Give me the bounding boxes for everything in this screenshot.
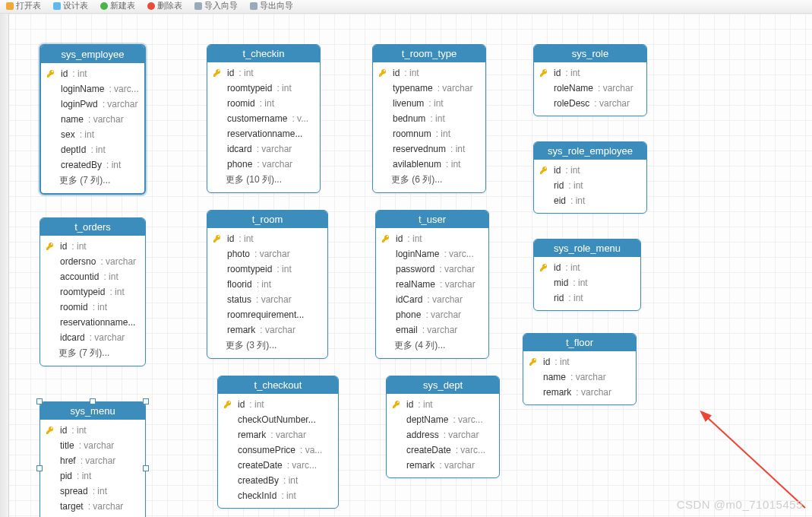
table-t_user[interactable]: t_userid: intloginName: varc...password:…: [375, 210, 489, 359]
field-row[interactable]: floorid: int: [207, 277, 327, 292]
field-row[interactable]: mid: int: [534, 275, 640, 290]
field-row[interactable]: idCard: varchar: [376, 292, 488, 307]
more-columns[interactable]: 更多 (4 列)...: [376, 338, 488, 354]
resize-handle[interactable]: [143, 465, 149, 471]
more-columns[interactable]: 更多 (7 列)...: [41, 173, 144, 189]
field-row[interactable]: password: varchar: [376, 262, 488, 277]
field-row[interactable]: remark: varchar: [218, 427, 338, 442]
resize-handle[interactable]: [143, 398, 149, 404]
diagram-canvas[interactable]: CSDN @m0_71015455 sys_employeeid: intlog…: [0, 14, 812, 517]
field-row[interactable]: createDate: varc...: [387, 442, 499, 458]
table-header[interactable]: t_orders: [40, 218, 145, 236]
field-row[interactable]: roomnum: int: [373, 126, 485, 141]
field-row[interactable]: id: int: [207, 65, 320, 81]
field-row[interactable]: id: int: [373, 65, 485, 81]
field-row[interactable]: id: int: [523, 354, 636, 370]
table-t_checkin[interactable]: t_checkinid: introomtypeid: introomid: i…: [207, 44, 321, 193]
table-header[interactable]: sys_employee: [41, 46, 144, 63]
field-row[interactable]: loginName: varc...: [41, 81, 144, 97]
field-row[interactable]: id: int: [40, 423, 145, 438]
table-sys_role_employee[interactable]: sys_role_employeeid: intrid: inteid: int: [533, 141, 647, 214]
resize-handle[interactable]: [36, 398, 43, 404]
field-row[interactable]: href: varchar: [40, 453, 145, 468]
table-t_room_type[interactable]: t_room_typeid: inttypename: varcharliven…: [372, 44, 486, 193]
table-header[interactable]: t_user: [376, 211, 488, 228]
field-row[interactable]: sex: int: [41, 127, 144, 142]
table-header[interactable]: t_floor: [523, 334, 636, 351]
field-row[interactable]: phone: varchar: [207, 157, 320, 172]
toolbar-delete[interactable]: 删除表: [144, 0, 185, 11]
field-row[interactable]: id: int: [40, 239, 145, 254]
field-row[interactable]: id: int: [534, 65, 646, 81]
field-row[interactable]: id: int: [534, 260, 640, 275]
field-row[interactable]: realName: varchar: [376, 277, 488, 292]
toolbar-open[interactable]: 打开表: [3, 0, 44, 11]
table-sys_menu[interactable]: sys_menuid: inttitle: varcharhref: varch…: [39, 401, 146, 517]
field-row[interactable]: remark: varchar: [207, 322, 327, 338]
field-row[interactable]: id: int: [376, 231, 488, 246]
toolbar-new[interactable]: 新建表: [97, 0, 138, 11]
field-row[interactable]: ordersno: varchar: [40, 254, 145, 269]
field-row[interactable]: rid: int: [534, 178, 646, 193]
field-row[interactable]: livenum: int: [373, 96, 485, 111]
field-row[interactable]: remark: varchar: [387, 458, 499, 473]
table-t_checkout[interactable]: t_checkoutid: intcheckOutNumber...remark…: [217, 376, 339, 509]
field-row[interactable]: roomtypeid: int: [40, 284, 145, 300]
field-row[interactable]: phone: varchar: [376, 307, 488, 322]
more-columns[interactable]: 更多 (3 列)...: [207, 338, 327, 354]
table-header[interactable]: t_checkout: [218, 376, 338, 394]
field-row[interactable]: createdBy: int: [218, 473, 338, 488]
field-row[interactable]: id: int: [534, 163, 646, 178]
toolbar-export[interactable]: 导出向导: [247, 0, 296, 11]
toolbar-design[interactable]: 设计表: [50, 0, 91, 11]
field-row[interactable]: roomtypeid: int: [207, 262, 327, 277]
table-sys_role_menu[interactable]: sys_role_menuid: intmid: intrid: int: [533, 239, 641, 311]
field-row[interactable]: deptId: int: [41, 142, 144, 157]
field-row[interactable]: reservationname...: [40, 315, 145, 330]
field-row[interactable]: reservednum: int: [373, 141, 485, 157]
field-row[interactable]: address: varchar: [387, 427, 499, 442]
field-row[interactable]: title: varchar: [40, 438, 145, 453]
field-row[interactable]: photo: varchar: [207, 246, 327, 262]
table-t_orders[interactable]: t_ordersid: intordersno: varcharaccounti…: [39, 217, 146, 366]
field-row[interactable]: name: varchar: [523, 370, 636, 385]
field-row[interactable]: loginPwd: varchar: [41, 97, 144, 112]
field-row[interactable]: createDate: varc...: [218, 458, 338, 473]
table-header[interactable]: sys_dept: [387, 376, 499, 394]
field-row[interactable]: email: varchar: [376, 322, 488, 338]
field-row[interactable]: bednum: int: [373, 111, 485, 126]
table-header[interactable]: t_room: [207, 211, 327, 228]
field-row[interactable]: loginName: varc...: [376, 246, 488, 262]
table-sys_role[interactable]: sys_roleid: introleName: varcharroleDesc…: [533, 44, 647, 116]
field-row[interactable]: remark: varchar: [523, 385, 636, 400]
field-row[interactable]: spread: int: [40, 484, 145, 499]
table-sys_employee[interactable]: sys_employeeid: intloginName: varc...log…: [39, 44, 146, 195]
table-sys_dept[interactable]: sys_deptid: intdeptName: varc...address:…: [386, 376, 500, 478]
field-row[interactable]: roomtypeid: int: [207, 81, 320, 96]
field-row[interactable]: roleName: varchar: [534, 81, 646, 96]
field-row[interactable]: consumePrice: va...: [218, 442, 338, 458]
table-header[interactable]: sys_role: [534, 45, 646, 62]
table-header[interactable]: sys_menu: [40, 402, 145, 420]
table-t_floor[interactable]: t_floorid: intname: varcharremark: varch…: [523, 333, 637, 405]
field-row[interactable]: avilablenum: int: [373, 157, 485, 172]
field-row[interactable]: icon: varchar: [40, 514, 145, 517]
more-columns[interactable]: 更多 (7 列)...: [40, 345, 145, 361]
field-row[interactable]: rid: int: [534, 290, 640, 306]
field-row[interactable]: name: varchar: [41, 112, 144, 127]
field-row[interactable]: status: varchar: [207, 292, 327, 307]
field-row[interactable]: roomid: int: [40, 300, 145, 315]
resize-handle[interactable]: [90, 398, 96, 404]
resize-handle[interactable]: [36, 465, 43, 471]
field-row[interactable]: accountid: int: [40, 269, 145, 284]
field-row[interactable]: checkInId: int: [218, 488, 338, 503]
field-row[interactable]: roleDesc: varchar: [534, 96, 646, 111]
field-row[interactable]: idcard: varchar: [207, 141, 320, 157]
table-header[interactable]: t_room_type: [373, 45, 485, 62]
table-t_room[interactable]: t_roomid: intphoto: varcharroomtypeid: i…: [207, 210, 328, 359]
field-row[interactable]: reservationname...: [207, 126, 320, 141]
field-row[interactable]: target: varchar: [40, 499, 145, 514]
field-row[interactable]: checkOutNumber...: [218, 412, 338, 427]
field-row[interactable]: roomrequirement...: [207, 307, 327, 322]
table-header[interactable]: t_checkin: [207, 45, 320, 62]
